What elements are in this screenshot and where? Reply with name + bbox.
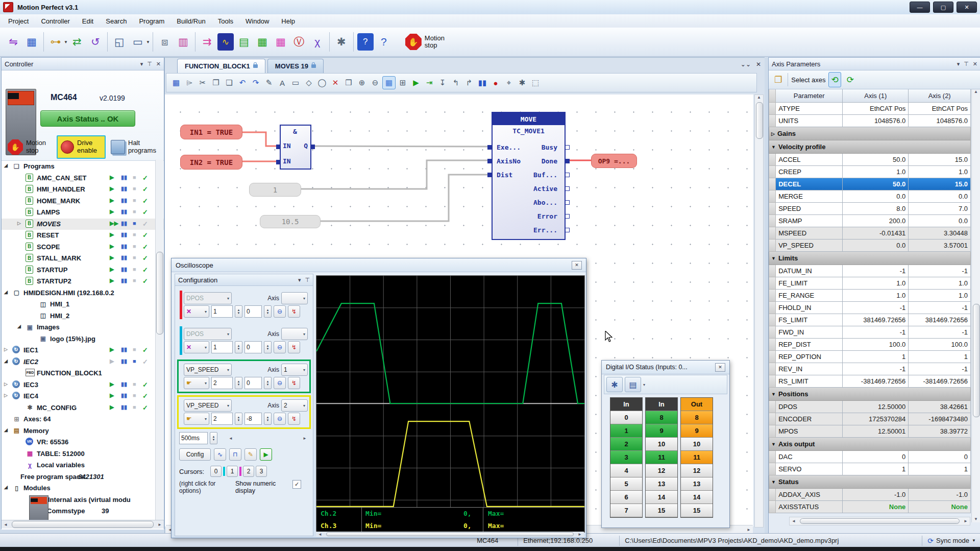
- trigger-icon[interactable]: ↯: [288, 413, 300, 425]
- param-row-rev-in[interactable]: REV_IN-1-1: [769, 363, 971, 375]
- value-axis1-dac[interactable]: 0: [843, 451, 909, 463]
- param-row-fe-limit[interactable]: FE_LIMIT1.01.0: [769, 277, 971, 290]
- trigger-icon[interactable]: ↯: [288, 341, 300, 353]
- build-icon[interactable]: ⧈: [157, 33, 173, 51]
- tree-item-reset[interactable]: BRESET▶▮▮■✓: [2, 230, 164, 242]
- tree-item-iec1[interactable]: ▷↻IEC1▶▮▮■✓: [2, 345, 164, 356]
- stop-icon[interactable]: ■: [133, 404, 136, 410]
- check-icon[interactable]: ✓: [142, 277, 148, 285]
- value-axis2-rs-limit[interactable]: -381469.72656: [909, 375, 971, 388]
- fbd-tool-8-icon[interactable]: A: [276, 77, 288, 89]
- col-parameter[interactable]: Parameter: [776, 89, 843, 103]
- tree-item-home-mark[interactable]: BHOME_MARK▶▮▮■✓: [2, 196, 164, 207]
- channel-param-select[interactable]: VP_SPEED▾: [184, 399, 232, 412]
- transfer-icon[interactable]: ⇉: [199, 33, 215, 51]
- value-axis1-fe-limit[interactable]: 1.0: [843, 277, 909, 290]
- tab-moves-19[interactable]: MOVES 19: [267, 59, 324, 73]
- stop-icon[interactable]: ■: [133, 220, 136, 226]
- value-axis2-rep-option[interactable]: 1: [909, 351, 971, 363]
- param-row-fs-limit[interactable]: FS_LIMIT381469.72656381469.72656: [769, 314, 971, 326]
- value-axis1-fwd-in[interactable]: -1: [843, 326, 909, 339]
- scale-spinner[interactable]: ▲▼: [235, 305, 242, 318]
- panel-splitter[interactable]: [765, 57, 768, 533]
- stop-icon[interactable]: ■: [133, 277, 136, 283]
- run-scope-button[interactable]: ▶: [260, 448, 272, 461]
- expander-icon[interactable]: ◢: [4, 290, 8, 295]
- io-list-icon[interactable]: ▤: [625, 377, 641, 392]
- tree-item-function-block1[interactable]: FBDFUNCTION_BLOCK1: [2, 368, 164, 379]
- motion-stop-small-button[interactable]: ✋ Motion stop: [2, 139, 53, 155]
- timebase-spinner[interactable]: ▲▼: [210, 432, 217, 444]
- stop-icon[interactable]: ■: [133, 185, 136, 191]
- tree-item-startup[interactable]: BSTARTUP▶▮▮■✓: [2, 265, 164, 276]
- pause-icon[interactable]: ▮▮: [121, 346, 127, 353]
- value-axis1-atype[interactable]: EthCAT Pos: [843, 103, 909, 115]
- pause-icon[interactable]: ▮▮: [121, 208, 127, 215]
- square-wave-icon[interactable]: ⊓: [229, 448, 241, 461]
- trigger-wave-icon[interactable]: ∿: [214, 448, 226, 461]
- oscilloscope-close-icon[interactable]: ✕: [572, 261, 582, 270]
- drive-enable-button[interactable]: Drive enable: [57, 135, 106, 159]
- param-row-dac[interactable]: DAC00: [769, 451, 971, 463]
- fbd-tool-12-icon[interactable]: ✕: [329, 77, 341, 89]
- run-icon[interactable]: ▶: [110, 243, 114, 250]
- motion-stop-button[interactable]: ✋ Motion stop: [400, 30, 454, 54]
- tree-item-axes-64[interactable]: ⊞Axes: 64: [2, 414, 164, 425]
- panel-close-icon[interactable]: ✕: [973, 61, 977, 67]
- fbd-tool-4-icon[interactable]: ❏: [223, 77, 235, 89]
- value-axis1-speed[interactable]: 8.0: [843, 203, 909, 215]
- param-row-accel[interactable]: ACCEL50.015.0: [769, 154, 971, 166]
- value-axis1-units[interactable]: 1048576.0: [843, 115, 909, 127]
- value-axis1-rs-limit[interactable]: -381469.72656: [843, 375, 909, 388]
- tools-gear-icon[interactable]: ✱: [333, 33, 350, 51]
- save-icon[interactable]: ▦: [23, 33, 40, 51]
- pen-icon[interactable]: ✎: [244, 448, 257, 461]
- check-icon[interactable]: ✓: [142, 208, 148, 216]
- run-icon[interactable]: ▶▶: [110, 220, 118, 227]
- value-axis1-addax-axis[interactable]: -1.0: [843, 489, 909, 501]
- refresh-icon[interactable]: ⟳: [844, 72, 856, 87]
- tree-item-moves[interactable]: ▷BMOVES▶▶▮▮■✓: [2, 219, 164, 230]
- value-axis1-accel[interactable]: 50.0: [843, 154, 909, 166]
- run-icon[interactable]: ▶: [110, 185, 114, 192]
- pin-icon[interactable]: ⊤: [147, 61, 152, 67]
- fbd-tool-7-icon[interactable]: ✎: [263, 77, 275, 89]
- close-button[interactable]: ✕: [957, 2, 977, 13]
- check-icon[interactable]: ✓: [142, 404, 148, 412]
- tree-item-stall-mark[interactable]: BSTALL_MARK▶▮▮■✓: [2, 253, 164, 265]
- fbd-tool-11-icon[interactable]: ◯: [316, 77, 328, 89]
- param-row-addax-axis[interactable]: ADDAX_AXIS-1.0-1.0: [769, 489, 971, 501]
- channel-param-select[interactable]: DPOS▾: [184, 328, 232, 340]
- expander-icon[interactable]: ◢: [17, 324, 21, 329]
- channel-mode-button[interactable]: ✕▾: [184, 341, 209, 353]
- stop-icon[interactable]: ■: [133, 208, 136, 214]
- param-group-status[interactable]: ▼Status: [769, 475, 971, 489]
- param-group-limits[interactable]: ▼Limits: [769, 252, 971, 265]
- scale-spinner[interactable]: ▲▼: [235, 377, 242, 389]
- offset-spinner[interactable]: ▲▼: [264, 377, 272, 389]
- run-icon[interactable]: ▶: [110, 358, 114, 365]
- tree-item-images[interactable]: ◢▣Images: [2, 322, 164, 333]
- autoscale-icon[interactable]: ⊖: [274, 341, 286, 353]
- tree-item-memory[interactable]: ◢▤Memory: [2, 425, 164, 437]
- output-window-icon-dropdown[interactable]: ▼: [146, 40, 150, 44]
- value-axis2-accel[interactable]: 15.0: [909, 154, 971, 166]
- value-axis2-sramp[interactable]: 0.0: [909, 215, 971, 227]
- fbd-tool-0-icon[interactable]: ▦: [170, 77, 182, 89]
- tree-item-hmi-1[interactable]: ◫HMI_1: [2, 299, 164, 310]
- menu-build-run[interactable]: Build/Run: [170, 15, 211, 27]
- value-axis1-servo[interactable]: 1: [843, 463, 909, 475]
- autoscale-icon[interactable]: ⊖: [274, 305, 286, 318]
- doc-close-icon[interactable]: ✕: [756, 61, 761, 68]
- canvas-vertical-scrollbar[interactable]: ▲: [754, 94, 764, 528]
- channel-axis-select[interactable]: 2▾: [281, 399, 308, 412]
- param-row-rep-option[interactable]: REP_OPTION11: [769, 351, 971, 363]
- cursor-button-0[interactable]: 0: [210, 466, 222, 477]
- run-icon[interactable]: ▶: [110, 208, 114, 215]
- channel-mode-button[interactable]: ☛▾: [184, 377, 209, 389]
- scale-spinner[interactable]: ▲▼: [235, 413, 242, 425]
- table-edit-icon[interactable]: ▦: [254, 33, 271, 51]
- fbd-tool-14-icon[interactable]: ⊕: [356, 77, 368, 89]
- param-row-decel[interactable]: DECEL50.015.0: [769, 178, 971, 190]
- value-axis2-speed[interactable]: 7.0: [909, 203, 971, 215]
